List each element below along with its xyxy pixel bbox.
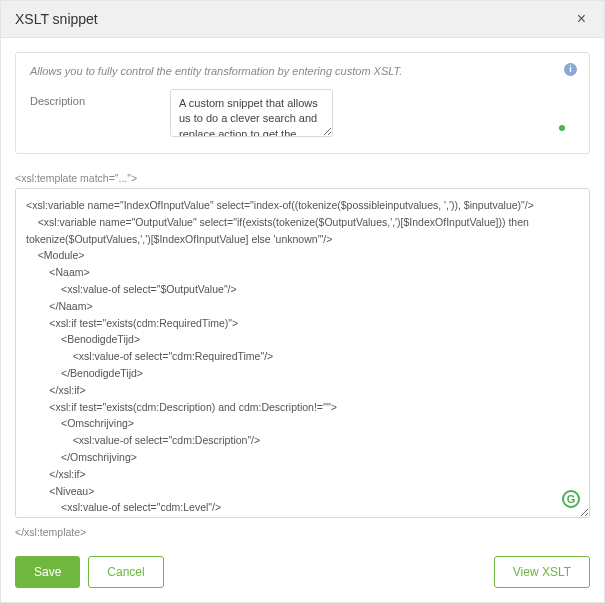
template-open-tag: <xsl:template match="..."> — [15, 172, 590, 184]
dialog-header: XSLT snippet × — [1, 1, 604, 38]
description-row: Description — [30, 89, 575, 141]
description-wrapper — [170, 89, 575, 141]
info-icon[interactable]: i — [564, 63, 577, 76]
cancel-button[interactable]: Cancel — [88, 556, 163, 588]
dialog-title: XSLT snippet — [15, 11, 98, 27]
template-close-tag: </xsl:template> — [15, 526, 590, 538]
info-panel: i Allows you to fully control the entity… — [15, 52, 590, 154]
dialog-footer: Save Cancel View XSLT — [1, 542, 604, 602]
xslt-code-input[interactable] — [15, 188, 590, 518]
view-xslt-button[interactable]: View XSLT — [494, 556, 590, 588]
description-label: Description — [30, 89, 162, 107]
dialog-body: i Allows you to fully control the entity… — [1, 38, 604, 542]
description-input[interactable] — [170, 89, 333, 137]
close-button[interactable]: × — [573, 11, 590, 27]
status-dot-icon — [559, 125, 565, 131]
info-hint-text: Allows you to fully control the entity t… — [30, 65, 575, 77]
xslt-snippet-dialog: XSLT snippet × i Allows you to fully con… — [0, 0, 605, 603]
save-button[interactable]: Save — [15, 556, 80, 588]
code-wrapper: G — [15, 188, 590, 518]
grammarly-icon[interactable]: G — [562, 490, 580, 508]
